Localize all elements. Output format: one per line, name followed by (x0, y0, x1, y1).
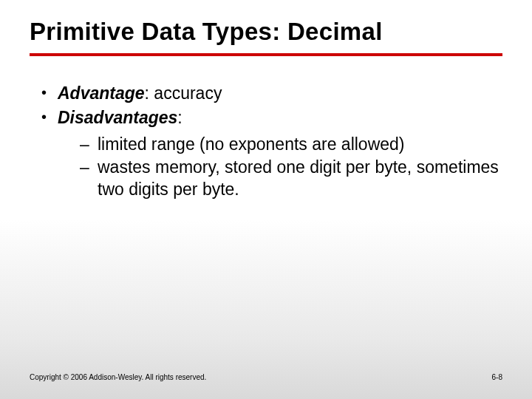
bullet-dot-icon: • (41, 83, 58, 104)
sub-bullets: – limited range (no exponents are allowe… (41, 134, 502, 200)
bullet-level2: – limited range (no exponents are allowe… (80, 134, 502, 155)
bullet-emph: Advantage (58, 83, 145, 103)
bullet-text: Disadvantages: (58, 107, 502, 129)
bullet-dash-icon: – (80, 157, 98, 200)
copyright-text: Copyright © 2006 Addison-Wesley. All rig… (30, 373, 206, 381)
slide-title: Primitive Data Types: Decimal (30, 15, 502, 53)
bullet-level2: – wastes memory, stored one digit per by… (80, 157, 502, 200)
bullet-emph: Disadvantages (58, 108, 177, 127)
page-number: 6-8 (492, 373, 502, 381)
bullet-dash-icon: – (80, 134, 98, 155)
bullet-rest: : accuracy (145, 83, 222, 103)
slide-content: • Advantage: accuracy • Disadvantages: –… (30, 83, 502, 200)
sub-bullet-text: wastes memory, stored one digit per byte… (98, 157, 502, 200)
slide: Primitive Data Types: Decimal • Advantag… (0, 0, 532, 399)
title-underline (30, 53, 502, 56)
slide-footer: Copyright © 2006 Addison-Wesley. All rig… (30, 373, 502, 381)
bullet-dot-icon: • (41, 107, 58, 129)
bullet-level1: • Advantage: accuracy (41, 83, 502, 104)
bullet-text: Advantage: accuracy (58, 83, 502, 104)
sub-bullet-text: limited range (no exponents are allowed) (98, 134, 502, 155)
bullet-level1: • Disadvantages: (41, 107, 502, 129)
bullet-rest: : (177, 108, 182, 127)
